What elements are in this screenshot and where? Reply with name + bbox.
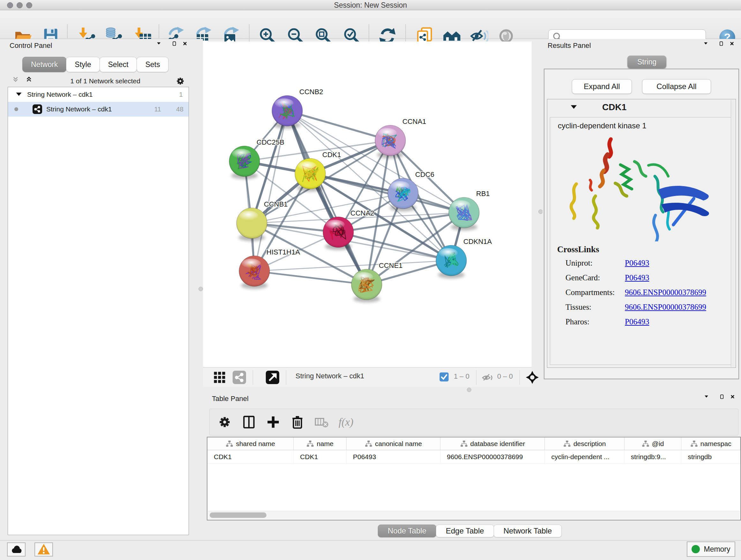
tab-sets[interactable]: Sets: [137, 57, 169, 72]
birds-eye-view-icon[interactable]: [266, 370, 280, 384]
crosslink-link[interactable]: P06493: [625, 273, 649, 288]
network-share-icon[interactable]: [232, 370, 246, 384]
control-panel: Control Panel NetworkStyleSelectSets 1 o…: [0, 39, 203, 540]
tab-edge-table[interactable]: Edge Table: [436, 524, 494, 537]
crosslink-link[interactable]: P06493: [625, 259, 649, 273]
table-cell[interactable]: CDK1: [207, 450, 293, 463]
node-label: CCNB1: [264, 200, 288, 208]
table-panel-title: Table Panel: [212, 395, 249, 403]
column-header-@id[interactable]: @id: [624, 437, 682, 450]
collapse-all-button[interactable]: Collapse All: [642, 79, 711, 94]
network-node-CCNB2[interactable]: CCNB2: [272, 88, 323, 129]
column-label: namespac: [700, 440, 731, 448]
fx-icon[interactable]: f(x): [338, 414, 354, 430]
node-label: CCNA1: [402, 118, 426, 125]
tab-style[interactable]: Style: [66, 57, 99, 72]
network-tree: String Network – cdk1 1 String Network –…: [8, 87, 189, 535]
crosslink-link[interactable]: 9606.ENSP00000378699: [625, 288, 706, 303]
table-cell[interactable]: stringdb: [681, 450, 740, 463]
hidden-nodes-eye-icon[interactable]: [481, 371, 494, 384]
column-sort-icon: [226, 440, 233, 448]
gear-icon[interactable]: [217, 414, 232, 430]
tab-network[interactable]: Network: [22, 57, 66, 72]
control-panel-tabs: NetworkStyleSelectSets: [22, 57, 168, 72]
table-cell[interactable]: P06493: [347, 450, 441, 463]
grid-view-icon[interactable]: [212, 370, 226, 384]
table-row[interactable]: CDK1CDK1P064939606.ENSP00000378699cyclin…: [207, 450, 740, 463]
column-header-namespac[interactable]: namespac: [681, 437, 740, 450]
column-label: @id: [652, 440, 664, 448]
fit-content-crosshair-icon[interactable]: [525, 370, 539, 384]
results-panel-title: Results Panel: [548, 42, 591, 50]
trash-icon[interactable]: [289, 414, 306, 430]
panel-menu-caret-icon[interactable]: [156, 41, 165, 50]
cloud-icon: [9, 543, 23, 557]
network-node-CDK1[interactable]: CDK1: [295, 151, 341, 192]
table-cell[interactable]: CDK1: [293, 450, 347, 463]
network-node-RB1[interactable]: RB1: [449, 190, 490, 231]
table-cell[interactable]: cyclin-dependent ...: [545, 450, 624, 463]
left-splitter-handle[interactable]: [199, 287, 203, 291]
column-header-canonical-name[interactable]: canonical name: [347, 437, 441, 450]
panel-menu-caret-icon[interactable]: [703, 41, 712, 50]
network-list-header: 1 of 1 Network selected: [8, 75, 189, 87]
node-label: CCNB2: [299, 88, 323, 96]
memory-button[interactable]: Memory: [687, 542, 735, 557]
column-header-description[interactable]: description: [545, 437, 624, 450]
column-label: database identifier: [470, 440, 525, 448]
window-title: Session: New Session: [0, 1, 741, 10]
tab-network-table[interactable]: Network Table: [494, 524, 562, 537]
network-canvas[interactable]: CCNB2 CCNA1 CDC25B CDK1: [203, 42, 532, 367]
hscrollbar-thumb[interactable]: [210, 512, 266, 518]
warnings-button[interactable]: [35, 543, 53, 557]
network-graph[interactable]: CCNB2 CCNA1 CDC25B CDK1: [203, 42, 532, 367]
cloud-button[interactable]: [7, 543, 25, 557]
network-node-HIST1H1A[interactable]: HIST1H1A: [239, 248, 300, 289]
column-header-database-identifier[interactable]: database identifier: [441, 437, 545, 450]
network-tree-row[interactable]: String Network – cdk1 11 48: [8, 102, 189, 117]
column-header-name[interactable]: name: [293, 437, 347, 450]
tab-select[interactable]: Select: [99, 57, 137, 72]
expand-caret-icon[interactable]: [15, 91, 23, 98]
results-scrollbar[interactable]: [731, 100, 735, 367]
column-label: canonical name: [375, 440, 422, 448]
panel-float-icon[interactable]: [718, 41, 728, 50]
collapse-all-networks-icon[interactable]: [12, 76, 22, 86]
table-cell[interactable]: stringdb:9...: [624, 450, 682, 463]
panel-close-icon[interactable]: [730, 394, 739, 403]
crosslink-link[interactable]: P06493: [625, 317, 649, 332]
tab-string[interactable]: String: [627, 56, 666, 68]
svg-text:f(x): f(x): [339, 416, 353, 428]
right-splitter-handle[interactable]: [538, 209, 543, 214]
network-node-CDC25B[interactable]: CDC25B: [229, 138, 284, 179]
bottom-splitter-handle[interactable]: [467, 388, 471, 392]
network-options-gear-icon[interactable]: [175, 76, 186, 86]
add-icon[interactable]: [265, 414, 281, 430]
current-network-dot: [14, 107, 18, 111]
network-node-CDC6[interactable]: CDC6: [388, 171, 434, 211]
panel-float-icon[interactable]: [171, 41, 181, 50]
panel-close-icon[interactable]: [182, 41, 192, 50]
panel-menu-caret-icon[interactable]: [703, 394, 713, 403]
table-hscrollbar: [208, 511, 740, 519]
column-header-shared-name[interactable]: shared name: [207, 437, 293, 450]
application-window: Session: New Session ? Control Panel Net…: [0, 0, 741, 560]
crosslink-label: Tissues:: [565, 303, 625, 317]
selected-nodes-checkbox[interactable]: [439, 372, 450, 383]
status-bar: Memory: [0, 540, 741, 560]
table-cell[interactable]: 9606.ENSP00000378699: [441, 450, 545, 463]
panel-close-icon[interactable]: [729, 41, 738, 50]
node-label: CDC25B: [257, 138, 284, 146]
tab-node-table[interactable]: Node Table: [378, 524, 436, 537]
network-node-CDKN1A[interactable]: CDKN1A: [436, 238, 492, 278]
node-table: shared namenamecanonical namedatabase id…: [207, 437, 741, 520]
network-node-CCNA1[interactable]: CCNA1: [375, 118, 426, 159]
expand-all-button[interactable]: Expand All: [572, 79, 632, 94]
network-tree-row[interactable]: String Network – cdk1 1: [8, 87, 189, 102]
expand-all-networks-icon[interactable]: [25, 76, 36, 86]
delete-column-icon[interactable]: [314, 414, 330, 430]
crosslink-link[interactable]: 9606.ENSP00000378699: [625, 303, 706, 317]
gene-section-header[interactable]: CDK1: [547, 99, 736, 115]
panel-float-icon[interactable]: [719, 394, 728, 403]
columns-icon[interactable]: [241, 414, 257, 430]
